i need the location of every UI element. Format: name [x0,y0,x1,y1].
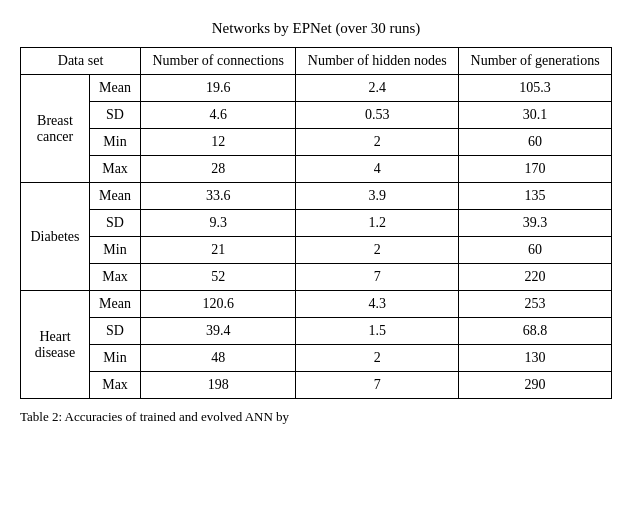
stat-connections: 52 [141,264,296,291]
stat-connections: 4.6 [141,102,296,129]
stat-generations: 290 [459,372,612,399]
stat-hidden-nodes: 1.2 [296,210,459,237]
table-title: Networks by EPNet (over 30 runs) [212,20,421,37]
stat-connections: 48 [141,345,296,372]
stat-hidden-nodes: 7 [296,372,459,399]
stat-connections: 198 [141,372,296,399]
stat-hidden-nodes: 1.5 [296,318,459,345]
table-caption: Table 2: Accuracies of trained and evolv… [20,409,612,425]
stat-label: SD [89,102,140,129]
dataset-cell-2: Heart disease [21,291,90,399]
stat-connections: 39.4 [141,318,296,345]
stat-label: Max [89,372,140,399]
stat-generations: 39.3 [459,210,612,237]
table-row: DiabetesMean33.63.9135 [21,183,612,210]
table-row: Heart diseaseMean120.64.3253 [21,291,612,318]
stat-connections: 120.6 [141,291,296,318]
stat-label: Mean [89,291,140,318]
stat-hidden-nodes: 2 [296,237,459,264]
stat-hidden-nodes: 3.9 [296,183,459,210]
stat-connections: 21 [141,237,296,264]
stat-generations: 253 [459,291,612,318]
stat-generations: 60 [459,129,612,156]
table-row: Max1987290 [21,372,612,399]
stat-generations: 30.1 [459,102,612,129]
table-row: SD9.31.239.3 [21,210,612,237]
stat-label: Mean [89,75,140,102]
table-header-row: Data set Number of connections Number of… [21,48,612,75]
stat-hidden-nodes: 2 [296,345,459,372]
main-table: Data set Number of connections Number of… [20,47,612,399]
dataset-cell-1: Diabetes [21,183,90,291]
table-row: Min482130 [21,345,612,372]
dataset-cell-0: Breast cancer [21,75,90,183]
table-row: Min12260 [21,129,612,156]
table-row: SD4.60.5330.1 [21,102,612,129]
stat-generations: 130 [459,345,612,372]
stat-connections: 28 [141,156,296,183]
stat-connections: 12 [141,129,296,156]
stat-generations: 135 [459,183,612,210]
stat-label: Mean [89,183,140,210]
stat-hidden-nodes: 7 [296,264,459,291]
table-row: Max527220 [21,264,612,291]
stat-label: SD [89,318,140,345]
header-dataset: Data set [21,48,141,75]
header-generations: Number of generations [459,48,612,75]
stat-hidden-nodes: 2 [296,129,459,156]
stat-label: Min [89,345,140,372]
stat-hidden-nodes: 4.3 [296,291,459,318]
stat-label: Min [89,237,140,264]
stat-label: Max [89,264,140,291]
stat-label: Max [89,156,140,183]
stat-hidden-nodes: 4 [296,156,459,183]
table-body: Breast cancerMean19.62.4105.3SD4.60.5330… [21,75,612,399]
stat-hidden-nodes: 2.4 [296,75,459,102]
stat-generations: 220 [459,264,612,291]
table-row: SD39.41.568.8 [21,318,612,345]
stat-connections: 19.6 [141,75,296,102]
header-hidden-nodes: Number of hidden nodes [296,48,459,75]
stat-generations: 105.3 [459,75,612,102]
stat-generations: 60 [459,237,612,264]
stat-generations: 170 [459,156,612,183]
stat-generations: 68.8 [459,318,612,345]
header-connections: Number of connections [141,48,296,75]
table-row: Min21260 [21,237,612,264]
table-row: Breast cancerMean19.62.4105.3 [21,75,612,102]
stat-connections: 33.6 [141,183,296,210]
stat-connections: 9.3 [141,210,296,237]
stat-hidden-nodes: 0.53 [296,102,459,129]
stat-label: Min [89,129,140,156]
table-row: Max284170 [21,156,612,183]
stat-label: SD [89,210,140,237]
